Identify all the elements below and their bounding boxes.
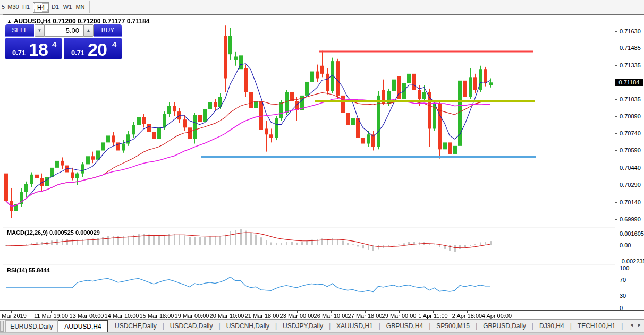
- sell-price-prefix: 0.71: [12, 49, 26, 57]
- macd-axis-label: -0.002235: [620, 258, 644, 264]
- sell-price-pips: 18: [29, 39, 48, 60]
- tab-gbpusd-daily[interactable]: GBPUSD,Daily: [477, 320, 532, 332]
- tab-usdjpy-daily[interactable]: USDJPY,Daily: [277, 320, 329, 332]
- price-tick: [615, 31, 617, 32]
- buy-price-pips: 20: [88, 39, 107, 60]
- macd-label: MACD(12,26,9) 0.000525 0.000029: [7, 229, 100, 236]
- time-axis-label: 4 Apr 00:00: [482, 313, 512, 319]
- sell-price-point: 4: [52, 40, 56, 49]
- buy-price-point: 4: [112, 40, 116, 49]
- tab-scroll-right-icon[interactable]: ►: [637, 322, 642, 328]
- trading-terminal: 5M30H1H4D1W1MN ▲AUDUSD,H4 0.71200 0.7120…: [0, 0, 644, 335]
- time-axis-label: 27 Mar 18:00: [348, 313, 383, 319]
- price-tick: [615, 202, 617, 203]
- timeframe-button-h1[interactable]: H1: [21, 2, 31, 12]
- buy-button[interactable]: BUY: [94, 24, 122, 37]
- volume-stepper: ▼ 5.00 ▲: [35, 24, 94, 37]
- time-axis-label: 13 Mar 00:00: [70, 313, 104, 319]
- price-axis-label: 0.71335: [620, 62, 641, 68]
- time-axis-label: 2 Apr 18:00: [452, 313, 482, 319]
- price-axis[interactable]: 0.716300.714850.713350.710350.708900.707…: [615, 15, 644, 310]
- price-tick: [615, 150, 617, 151]
- time-axis-label: 29 Mar 00:00: [382, 313, 417, 319]
- time-axis-label: 14 Mar 10:00: [105, 313, 139, 319]
- tab-usdcad-daily[interactable]: USDCAD,Daily: [164, 320, 219, 332]
- chart-title: ▲AUDUSD,H4 0.71200 0.71200 0.71177 0.711…: [7, 18, 149, 25]
- timeframe-button-w1[interactable]: W1: [62, 2, 73, 12]
- price-axis-label: 0.71485: [620, 45, 641, 51]
- time-axis-label: 20 Mar 10:00: [210, 313, 244, 319]
- price-axis-label: 0.71630: [620, 28, 641, 35]
- price-tick: [615, 65, 617, 66]
- buy-price-prefix: 0.71: [71, 49, 84, 57]
- price-tick: [615, 48, 617, 48]
- toolbar-separator: [89, 1, 91, 13]
- chart-tab-bar: EURUSD,Daily AUDUSD,H4 USDCHF,Daily|USDC…: [0, 319, 644, 333]
- price-tick: [615, 168, 617, 168]
- tab-ukc[interactable]: UKC: [623, 320, 624, 332]
- price-axis-label: 0.70740: [620, 130, 641, 136]
- price-axis-label: 0.70590: [620, 147, 641, 153]
- price-axis-label: 0.70440: [620, 165, 641, 171]
- tab-list: USDCHF,Daily|USDCAD,Daily|USDCNH,Daily|U…: [109, 320, 624, 332]
- time-axis[interactable]: 8 Mar 201911 Mar 19:0013 Mar 00:0014 Mar…: [0, 310, 644, 319]
- sell-button[interactable]: SELL: [5, 24, 34, 37]
- time-axis-label: 11 Mar 19:00: [34, 313, 68, 319]
- timeframe-button-m30[interactable]: M30: [6, 2, 20, 12]
- one-click-trading-panel: SELL ▼ 5.00 ▲ BUY 0.71 18 4 0.71 20 4: [5, 24, 122, 59]
- price-tick: [615, 99, 617, 100]
- tab-xauusd-h1[interactable]: XAUUSD,H1: [331, 320, 379, 332]
- tab-bar-stub: [0, 321, 4, 332]
- time-axis-label: 15 Mar 18:00: [140, 313, 174, 319]
- timeframe-button-5[interactable]: 5: [1, 2, 6, 12]
- tab-eurusd-daily[interactable]: EURUSD,Daily: [5, 320, 58, 333]
- buy-price-panel[interactable]: 0.71 20 4: [64, 38, 122, 59]
- sell-price-panel[interactable]: 0.71 18 4: [5, 38, 62, 59]
- tab-dj30-h4[interactable]: DJ30,H4: [533, 320, 570, 332]
- timeframe-button-d1[interactable]: D1: [50, 2, 61, 12]
- price-tick: [615, 133, 617, 134]
- time-axis-label: 8 Mar 2019: [0, 313, 27, 319]
- tab-audusd-h4[interactable]: AUDUSD,H4: [58, 320, 108, 333]
- rsi-axis-label: 100: [620, 265, 629, 271]
- timeframe-button-h4[interactable]: H4: [33, 2, 49, 13]
- time-axis-label: 1 Apr 11:00: [418, 313, 447, 319]
- price-tick: [615, 116, 617, 117]
- macd-axis-label: 0.001605: [620, 230, 644, 237]
- time-axis-label: 26 Mar 10:00: [314, 313, 349, 319]
- price-axis-label: 0.70890: [620, 113, 641, 119]
- time-axis-label: 23 Mar 00:00: [280, 313, 315, 319]
- tab-usdchf-daily[interactable]: USDCHF,Daily: [109, 320, 163, 332]
- price-tick: [615, 185, 617, 185]
- current-price-tag: 0.71184: [615, 79, 643, 86]
- time-axis-label: 19 Mar 00:00: [175, 313, 209, 319]
- tab-scroll-left-icon[interactable]: ◄: [629, 322, 634, 328]
- volume-decrease-icon[interactable]: ▼: [35, 24, 45, 37]
- tab-usdcnh-daily[interactable]: USDCNH,Daily: [221, 320, 275, 332]
- tab-tech100-h1[interactable]: TECH100,H1: [572, 320, 621, 332]
- price-axis-label: 0.70290: [620, 182, 641, 188]
- rsi-label: RSI(14) 55.8444: [7, 267, 50, 273]
- timeframe-button-mn[interactable]: MN: [74, 2, 86, 12]
- volume-input[interactable]: 5.00: [45, 24, 83, 37]
- price-axis-label: 0.71035: [620, 96, 641, 102]
- status-strip: [0, 332, 644, 335]
- price-tick: [615, 219, 617, 220]
- tab-gbpusd-h4[interactable]: GBPUSD,H4: [380, 320, 429, 332]
- rsi-axis-label: 30: [620, 293, 626, 299]
- price-axis-label: 0.69990: [620, 216, 641, 222]
- price-axis-label: 0.70140: [620, 199, 641, 205]
- rsi-indicator-canvas[interactable]: [4, 265, 615, 310]
- tab-sp500-m15[interactable]: SP500,M15: [430, 320, 476, 332]
- rsi-axis-label: 70: [620, 277, 626, 283]
- timeframe-toolbar: 5M30H1H4D1W1MN: [0, 0, 644, 15]
- macd-axis-label: 0.00: [620, 242, 631, 248]
- volume-increase-icon[interactable]: ▲: [83, 24, 94, 37]
- symbol-marker-icon: ▲: [7, 19, 12, 24]
- time-axis-label: 21 Mar 18:00: [245, 313, 279, 319]
- chart-title-text: AUDUSD,H4 0.71200 0.71200 0.71177 0.7118…: [14, 18, 150, 25]
